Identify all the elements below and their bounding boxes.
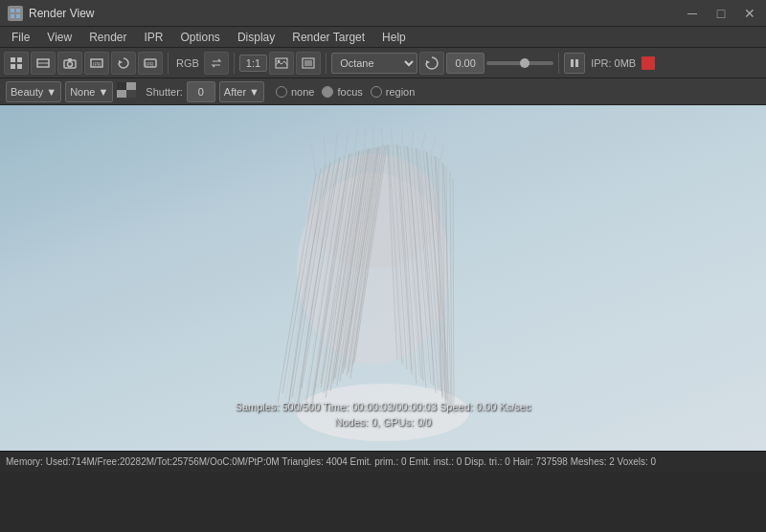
svg-marker-15: [119, 60, 123, 64]
svg-line-126: [431, 137, 436, 154]
svg-rect-26: [126, 82, 136, 90]
after-label: After: [224, 86, 246, 98]
radio-none-circle: [276, 86, 287, 98]
ipr-button[interactable]: IPR: [84, 52, 109, 75]
record-indicator: [642, 56, 655, 70]
menu-render[interactable]: Render: [81, 29, 134, 46]
separator4: [558, 53, 559, 74]
svg-rect-0: [11, 9, 14, 12]
image2-button[interactable]: [296, 52, 321, 75]
beauty-chevron-icon: ▼: [46, 86, 56, 98]
menu-render-target[interactable]: Render Target: [284, 29, 372, 46]
engine-select[interactable]: Octane: [331, 53, 417, 74]
svg-line-122: [391, 128, 393, 144]
view-button[interactable]: [31, 52, 56, 75]
svg-line-117: [345, 131, 349, 156]
svg-rect-5: [17, 57, 22, 62]
status-text: Memory: Used:714M/Free:20282M/Tot:25756M…: [6, 456, 656, 467]
svg-rect-28: [126, 90, 136, 98]
grid-view-button[interactable]: [4, 52, 29, 75]
none-dropdown[interactable]: None ▼: [65, 81, 113, 102]
rgb-label: RGB: [173, 57, 202, 69]
app-icon: [8, 6, 23, 21]
render-stats-line1: Samples: 500/500 Time: 00:00:03/00:00:03…: [0, 401, 766, 412]
image-button[interactable]: [269, 52, 294, 75]
svg-point-19: [278, 59, 281, 62]
svg-line-118: [354, 129, 358, 152]
svg-text:IPR: IPR: [93, 61, 101, 67]
render-viewport[interactable]: Samples: 500/500 Time: 00:00:03/00:00:03…: [0, 105, 766, 451]
ipr-status: IPR: 0MB: [591, 57, 636, 69]
toolbar1: IPR IPR RGB 1:1: [0, 48, 766, 78]
render-stats-line2: Nodes: 0, GPUs: 0/0: [0, 416, 766, 428]
separator3: [326, 53, 327, 74]
svg-rect-2: [11, 14, 14, 18]
layers-button[interactable]: IPR: [138, 52, 163, 75]
after-chevron-icon: ▼: [249, 86, 259, 98]
svg-text:IPR: IPR: [146, 61, 154, 67]
shutter-label: Shutter:: [146, 86, 183, 98]
separator2: [234, 53, 235, 74]
dof-radio-group: none focus region: [276, 86, 415, 98]
svg-line-74: [453, 178, 454, 414]
svg-rect-1: [16, 9, 20, 12]
radio-region-circle: [371, 86, 382, 98]
svg-line-125: [421, 133, 425, 149]
swap-button[interactable]: [204, 52, 229, 75]
none-chevron-icon: ▼: [98, 86, 108, 98]
minimize-button[interactable]: ─: [684, 5, 701, 22]
svg-line-119: [364, 128, 366, 150]
menu-options[interactable]: Options: [173, 29, 228, 46]
svg-line-115: [324, 137, 326, 166]
after-dropdown[interactable]: After ▼: [219, 81, 264, 102]
svg-rect-21: [304, 60, 312, 66]
svg-line-121: [381, 127, 383, 145]
radio-focus[interactable]: focus: [322, 86, 362, 98]
svg-rect-23: [571, 59, 574, 67]
svg-rect-25: [117, 82, 126, 90]
svg-rect-3: [16, 14, 20, 18]
menu-display[interactable]: Display: [230, 29, 282, 46]
title-bar: Render View ─ □ ✕: [0, 0, 766, 27]
maximize-button[interactable]: □: [712, 5, 730, 22]
svg-rect-12: [68, 58, 72, 61]
svg-rect-27: [117, 90, 126, 98]
svg-rect-6: [11, 64, 15, 69]
shutter-input[interactable]: [187, 81, 215, 102]
svg-line-124: [412, 131, 414, 147]
pause-button[interactable]: [564, 53, 585, 74]
menu-ipr[interactable]: IPR: [137, 29, 171, 46]
menu-file[interactable]: File: [4, 29, 37, 46]
menu-help[interactable]: Help: [374, 29, 414, 46]
svg-point-11: [68, 61, 73, 66]
value-slider[interactable]: [486, 61, 553, 65]
window-controls[interactable]: ─ □ ✕: [684, 5, 758, 22]
refresh-button[interactable]: [111, 52, 136, 75]
svg-rect-4: [11, 57, 15, 62]
status-bar: Memory: Used:714M/Free:20282M/Tot:25756M…: [0, 451, 766, 472]
value-input[interactable]: 0.00: [446, 53, 484, 74]
radio-none-label: none: [291, 86, 314, 98]
window-title: Render View: [29, 7, 684, 20]
color-swatch-button[interactable]: [117, 82, 136, 100]
svg-rect-7: [17, 64, 22, 69]
render-canvas: [0, 105, 766, 451]
svg-line-127: [440, 143, 444, 160]
separator1: [168, 53, 169, 74]
radio-focus-label: focus: [337, 86, 362, 98]
ratio-button[interactable]: 1:1: [239, 55, 267, 72]
radio-region[interactable]: region: [371, 86, 416, 98]
radio-none[interactable]: none: [276, 86, 314, 98]
beauty-dropdown[interactable]: Beauty ▼: [6, 81, 61, 102]
svg-line-114: [311, 144, 316, 175]
svg-rect-24: [575, 59, 578, 67]
menu-view[interactable]: View: [39, 29, 79, 46]
engine-refresh-button[interactable]: [419, 52, 444, 75]
beauty-label: Beauty: [11, 86, 43, 98]
svg-marker-22: [426, 60, 430, 64]
toolbar2: Beauty ▼ None ▼ Shutter: After ▼ none fo…: [0, 78, 766, 105]
none-label: None: [70, 86, 95, 98]
radio-region-label: region: [386, 86, 416, 98]
camera-button[interactable]: [57, 52, 82, 75]
close-button[interactable]: ✕: [741, 5, 758, 22]
